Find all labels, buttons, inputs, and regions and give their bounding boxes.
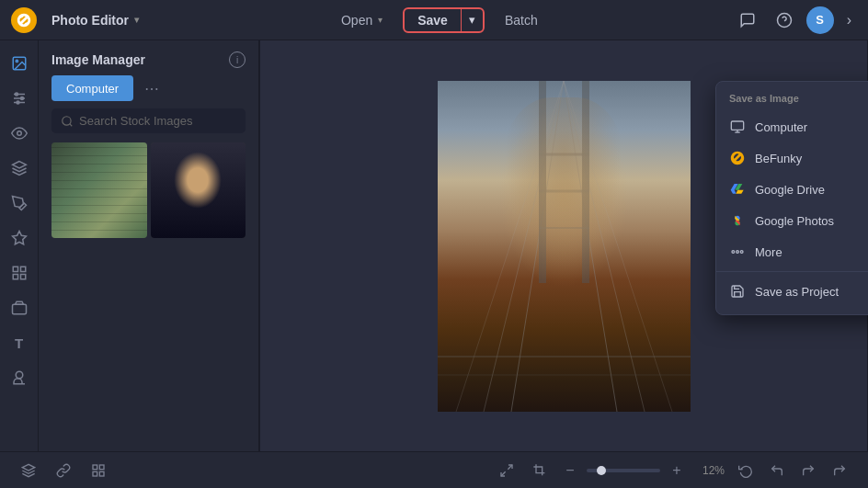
svg-rect-16 bbox=[12, 304, 26, 314]
chat-button[interactable] bbox=[733, 6, 762, 35]
layers-bottom-button[interactable] bbox=[15, 457, 42, 484]
save-arrow-icon: ▾ bbox=[469, 13, 475, 27]
fit-screen-button[interactable] bbox=[493, 457, 520, 484]
panel-header: Image Manager i bbox=[39, 40, 258, 75]
rail-grid-button[interactable] bbox=[4, 257, 35, 289]
svg-point-17 bbox=[16, 371, 23, 379]
zoom-level-label: 12% bbox=[693, 464, 725, 477]
avatar-initials: S bbox=[816, 13, 824, 27]
dropdown-divider bbox=[716, 271, 868, 272]
app-title-button[interactable]: Photo Editor ▾ bbox=[44, 9, 146, 31]
dropdown-header: Save as Image bbox=[716, 89, 868, 111]
svg-point-8 bbox=[20, 97, 23, 100]
svg-point-38 bbox=[732, 251, 735, 254]
thumb-2[interactable] bbox=[151, 142, 246, 238]
svg-rect-43 bbox=[93, 471, 97, 476]
zoom-minus-button[interactable]: − bbox=[559, 460, 581, 482]
svg-point-37 bbox=[740, 251, 743, 254]
save-project-icon bbox=[729, 283, 746, 300]
zoom-plus-button[interactable]: + bbox=[666, 460, 688, 482]
bottom-bar: − + 12% bbox=[0, 451, 868, 488]
dropdown-item-gphotos-label: Google Photos bbox=[755, 214, 834, 228]
app-title-chevron: ▾ bbox=[134, 15, 139, 25]
grid-bottom-button[interactable] bbox=[85, 457, 112, 484]
rail-image-button[interactable] bbox=[4, 48, 35, 79]
search-input[interactable] bbox=[79, 114, 236, 128]
app-title-label: Photo Editor bbox=[51, 13, 129, 28]
topbar-more-button[interactable]: › bbox=[841, 8, 857, 32]
svg-point-7 bbox=[15, 93, 17, 96]
crop-button[interactable] bbox=[526, 457, 554, 484]
panel-tab-more-button[interactable]: ⋯ bbox=[139, 75, 165, 101]
dropdown-item-gdrive-label: Google Drive bbox=[755, 183, 825, 197]
svg-point-18 bbox=[63, 116, 71, 124]
dropdown-item-computer-label: Computer bbox=[755, 120, 807, 134]
save-dropdown-button[interactable]: ▾ bbox=[462, 9, 483, 31]
topbar: Photo Editor ▾ Open ▾ Save ▾ Batch S › bbox=[0, 0, 868, 40]
svg-rect-15 bbox=[13, 275, 17, 279]
rail-stamp-button[interactable] bbox=[4, 362, 35, 393]
svg-rect-33 bbox=[731, 121, 743, 130]
zoom-slider-track[interactable] bbox=[587, 469, 660, 472]
svg-marker-11 bbox=[12, 162, 26, 169]
svg-rect-41 bbox=[99, 465, 104, 470]
dropdown-item-computer[interactable]: Computer ⌘ S bbox=[716, 111, 868, 142]
befunky-icon bbox=[729, 150, 746, 166]
main-content: T Image Manager i Computer ⋯ bbox=[0, 40, 868, 451]
rail-layers-button[interactable] bbox=[4, 153, 35, 184]
rail-brush-button[interactable] bbox=[4, 187, 35, 219]
open-button[interactable]: Open ▾ bbox=[328, 8, 395, 32]
info-icon-label: i bbox=[236, 55, 238, 65]
svg-point-10 bbox=[17, 131, 21, 136]
left-panel: Image Manager i Computer ⋯ bbox=[39, 40, 259, 451]
computer-icon bbox=[729, 119, 746, 135]
main-image bbox=[438, 81, 691, 412]
dropdown-item-gphotos[interactable]: Google Photos bbox=[716, 205, 868, 236]
bottom-right-buttons bbox=[732, 457, 853, 484]
rail-sliders-button[interactable] bbox=[4, 83, 35, 114]
save-button-group: Save ▾ bbox=[403, 7, 485, 33]
dropdown-item-gdrive[interactable]: Google Drive bbox=[716, 174, 868, 205]
svg-point-36 bbox=[737, 251, 739, 254]
svg-rect-40 bbox=[93, 465, 97, 470]
svg-rect-12 bbox=[13, 267, 17, 271]
open-chevron: ▾ bbox=[378, 15, 383, 25]
dropdown-item-befunky[interactable]: BeFunky bbox=[716, 142, 868, 174]
icon-rail: T bbox=[0, 40, 39, 451]
batch-button[interactable]: Batch bbox=[492, 8, 551, 32]
forward-button[interactable] bbox=[826, 457, 853, 484]
more-icon bbox=[729, 244, 746, 260]
panel-title: Image Manager bbox=[51, 52, 145, 67]
redo-button[interactable] bbox=[794, 457, 822, 484]
rail-text-button[interactable]: T bbox=[4, 327, 35, 358]
search-icon bbox=[61, 115, 74, 128]
logo bbox=[11, 7, 37, 33]
dropdown-item-save-project-label: Save as Project bbox=[755, 285, 839, 299]
zoom-controls: − + 12% bbox=[493, 457, 725, 484]
dropdown-item-more-label: More bbox=[755, 245, 782, 259]
panel-tabs: Computer ⋯ bbox=[39, 75, 258, 108]
computer-tab[interactable]: Computer bbox=[51, 75, 133, 101]
svg-rect-13 bbox=[20, 267, 25, 271]
avatar[interactable]: S bbox=[806, 6, 834, 34]
rail-effects-button[interactable] bbox=[4, 222, 35, 254]
undo-button[interactable] bbox=[763, 457, 791, 484]
dropdown-item-more[interactable]: More › bbox=[716, 236, 868, 267]
help-button[interactable] bbox=[770, 6, 799, 35]
svg-marker-39 bbox=[22, 464, 34, 471]
zoom-slider-thumb bbox=[597, 466, 606, 475]
canvas-area: Save as Image Computer ⌘ S BeFunky bbox=[259, 40, 868, 451]
thumb-1[interactable] bbox=[51, 142, 147, 238]
dropdown-item-befunky-label: BeFunky bbox=[755, 152, 802, 165]
svg-rect-14 bbox=[20, 275, 25, 279]
link-bottom-button[interactable] bbox=[50, 457, 77, 484]
dropdown-item-save-project[interactable]: Save as Project ⌘ ⇧ S bbox=[716, 276, 868, 307]
dropdown-menu: Save as Image Computer ⌘ S BeFunky bbox=[715, 81, 868, 315]
rail-eye-button[interactable] bbox=[4, 118, 35, 149]
rail-gallery-button[interactable] bbox=[4, 292, 35, 323]
info-icon[interactable]: i bbox=[229, 51, 246, 68]
save-button[interactable]: Save bbox=[405, 9, 462, 31]
svg-point-9 bbox=[17, 101, 19, 104]
gdrive-icon bbox=[729, 181, 746, 198]
refresh-button[interactable] bbox=[732, 457, 760, 484]
